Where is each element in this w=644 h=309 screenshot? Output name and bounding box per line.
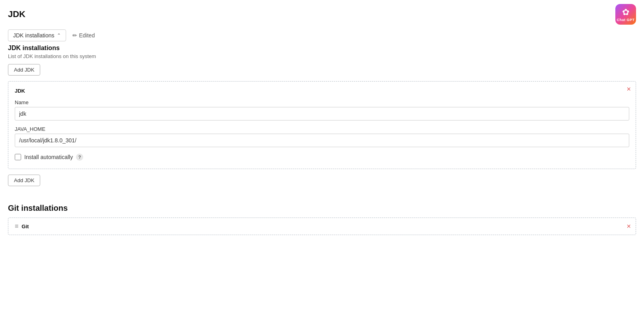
jdk-section-title: JDK installations [8, 45, 636, 52]
add-jdk-button-top[interactable]: Add JDK [8, 64, 40, 76]
java-home-input[interactable] [15, 134, 629, 147]
page-title: JDK [8, 9, 25, 19]
edited-label: Edited [79, 32, 95, 39]
jdk-installations-dropdown[interactable]: JDK installations ⌃ [8, 29, 66, 41]
edited-badge: ✏ Edited [72, 32, 95, 39]
java-home-label: JAVA_HOME [15, 126, 629, 132]
git-card: ≡ Git × [8, 218, 636, 235]
install-automatically-checkbox[interactable] [15, 154, 21, 160]
install-automatically-label: Install automatically [24, 154, 73, 160]
name-input[interactable] [15, 107, 629, 120]
help-icon[interactable]: ? [76, 154, 83, 161]
add-jdk-button-bottom[interactable]: Add JDK [8, 175, 40, 186]
git-section-title: Git installations [8, 204, 636, 213]
jdk-card: × JDK Name JAVA_HOME Install automatical… [8, 81, 636, 169]
pencil-icon: ✏ [72, 32, 77, 39]
chatgpt-label: Chat GPT [617, 18, 634, 22]
git-installations-section: Git installations ≡ Git × [8, 204, 636, 235]
jdk-section-description: List of JDK installations on this system [8, 53, 636, 59]
jdk-card-title: JDK [15, 88, 629, 94]
chatgpt-icon: ✿ [622, 7, 629, 17]
name-label: Name [15, 99, 629, 105]
git-card-close-button[interactable]: × [626, 223, 631, 230]
chatgpt-logo[interactable]: ✿ Chat GPT [615, 4, 636, 25]
jdk-installations-section: JDK installations List of JDK installati… [8, 45, 636, 192]
install-automatically-row: Install automatically ? [15, 154, 629, 161]
git-card-title: Git [21, 223, 29, 229]
git-drag-handle-icon: ≡ [15, 223, 18, 230]
chevron-up-icon: ⌃ [57, 33, 61, 38]
dropdown-label: JDK installations [13, 32, 55, 39]
jdk-card-close-button[interactable]: × [626, 86, 631, 93]
